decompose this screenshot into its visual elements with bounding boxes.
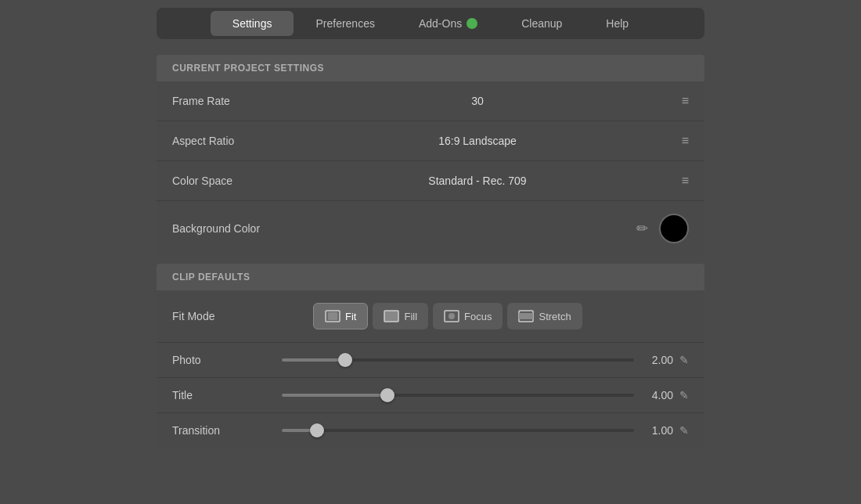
tab-addons-label: Add-Ons	[419, 17, 462, 30]
svg-rect-2	[384, 311, 398, 322]
color-swatch[interactable]	[659, 214, 689, 243]
title-slider-track	[282, 394, 634, 397]
photo-slider-thumb[interactable]	[338, 353, 352, 367]
frame-rate-value: 30	[313, 95, 642, 107]
title-slider-fill	[282, 394, 387, 397]
photo-edit-icon[interactable]: ✎	[679, 354, 689, 366]
photo-slider-label: Photo	[172, 354, 282, 366]
focus-icon	[444, 310, 459, 322]
tab-help[interactable]: Help	[584, 11, 650, 36]
tab-help-label: Help	[606, 17, 629, 30]
tab-cleanup[interactable]: Cleanup	[499, 11, 584, 36]
eyedropper-icon[interactable]: ✏	[636, 220, 648, 237]
clip-defaults-header: CLIP DEFAULTS	[157, 264, 704, 290]
aspect-ratio-value: 16:9 Landscape	[313, 135, 642, 147]
fit-mode-stretch-button[interactable]: Stretch	[507, 303, 582, 329]
tab-settings[interactable]: Settings	[211, 11, 294, 36]
current-project-header: CURRENT PROJECT SETTINGS	[157, 55, 704, 81]
fit-icon	[325, 310, 340, 322]
tab-bar: Settings Preferences Add-Ons Cleanup Hel…	[157, 8, 704, 39]
title-edit-icon[interactable]: ✎	[679, 389, 689, 401]
current-project-section: CURRENT PROJECT SETTINGS Frame Rate 30 ≡…	[157, 55, 704, 256]
fit-mode-fit-button[interactable]: Fit	[313, 303, 368, 329]
stretch-icon	[518, 310, 534, 322]
transition-slider-track-container	[282, 429, 634, 432]
transition-slider-track	[282, 429, 634, 432]
tab-cleanup-label: Cleanup	[521, 17, 562, 30]
transition-slider-thumb[interactable]	[310, 423, 324, 437]
frame-rate-control: ≡	[642, 94, 689, 108]
fit-mode-buttons: Fit Fill Focus	[313, 303, 689, 329]
tab-addons[interactable]: Add-Ons	[397, 11, 499, 36]
frame-rate-list-icon[interactable]: ≡	[682, 94, 689, 108]
title-slider-thumb[interactable]	[380, 388, 394, 402]
current-project-panel: Frame Rate 30 ≡ Aspect Ratio 16:9 Landsc…	[157, 81, 704, 256]
addon-badge	[467, 18, 477, 29]
aspect-ratio-row: Aspect Ratio 16:9 Landscape ≡	[157, 121, 704, 161]
transition-slider-label: Transition	[172, 424, 282, 437]
frame-rate-label: Frame Rate	[172, 95, 313, 107]
aspect-ratio-list-icon[interactable]: ≡	[682, 134, 689, 148]
main-container: Settings Preferences Add-Ons Cleanup Hel…	[157, 8, 704, 455]
aspect-ratio-label: Aspect Ratio	[172, 135, 313, 147]
background-color-control: ✏	[636, 214, 689, 243]
transition-slider-row: Transition 1.00 ✎	[157, 413, 704, 448]
title-slider-label: Title	[172, 389, 282, 401]
title-slider-track-container	[282, 394, 634, 397]
tab-settings-label: Settings	[232, 17, 272, 30]
color-space-control: ≡	[642, 174, 689, 188]
clip-defaults-section: CLIP DEFAULTS Fit Mode Fit	[157, 264, 704, 448]
photo-slider-track-container	[282, 358, 634, 362]
color-space-row: Color Space Standard - Rec. 709 ≡	[157, 161, 704, 201]
background-color-label: Background Color	[172, 222, 313, 235]
title-slider-row: Title 4.00 ✎	[157, 378, 704, 413]
transition-edit-icon[interactable]: ✎	[679, 424, 689, 437]
aspect-ratio-control: ≡	[642, 134, 689, 148]
svg-rect-1	[328, 312, 337, 320]
color-space-label: Color Space	[172, 175, 313, 187]
fit-mode-fill-button[interactable]: Fill	[373, 303, 428, 329]
color-space-list-icon[interactable]: ≡	[682, 174, 689, 188]
svg-rect-6	[519, 313, 533, 319]
background-color-row: Background Color ✏	[157, 201, 704, 256]
photo-slider-row: Photo 2.00 ✎	[157, 343, 704, 378]
fit-mode-focus-button[interactable]: Focus	[433, 303, 503, 329]
tab-preferences-label: Preferences	[315, 17, 374, 30]
fill-icon	[384, 310, 399, 322]
svg-point-4	[449, 313, 455, 319]
tab-preferences[interactable]: Preferences	[294, 11, 396, 36]
color-space-value: Standard - Rec. 709	[313, 175, 642, 187]
transition-slider-value: 1.00	[634, 424, 673, 437]
photo-slider-fill	[282, 358, 345, 362]
photo-slider-value: 2.00	[634, 354, 673, 366]
fit-mode-label: Fit Mode	[172, 310, 313, 322]
photo-slider-track	[282, 358, 634, 362]
clip-defaults-panel: Fit Mode Fit Fill	[157, 290, 704, 448]
fit-mode-row: Fit Mode Fit Fill	[157, 290, 704, 343]
title-slider-value: 4.00	[634, 389, 673, 401]
frame-rate-row: Frame Rate 30 ≡	[157, 81, 704, 121]
